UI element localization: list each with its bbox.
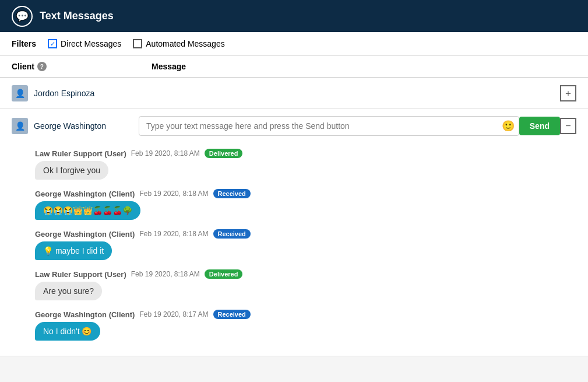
filters-label: Filters bbox=[12, 39, 36, 48]
emoji-button[interactable]: 🙂 bbox=[502, 120, 515, 132]
message-meta-2: George Washington (Client) Feb 19 2020, … bbox=[35, 189, 576, 198]
client-name-george: George Washington bbox=[34, 121, 139, 131]
message-timestamp-3: Feb 19 2020, 8:18 AM bbox=[139, 230, 208, 238]
message-bubble-3: 💡 maybe I did it bbox=[35, 241, 112, 260]
message-bubble-2: 😭😭😭👑👑🍒🍒🍒🌳 bbox=[35, 201, 140, 220]
message-bubble-4: Are you sure? bbox=[35, 282, 102, 300]
client-row-header-jordon[interactable]: 👤 Jordon Espinoza ＋ bbox=[0, 78, 588, 108]
message-meta-1: Law Ruler Support (User) Feb 19 2020, 8:… bbox=[35, 149, 576, 158]
message-badge-3: Received bbox=[213, 229, 251, 239]
collapse-george-button[interactable]: − bbox=[560, 118, 576, 134]
app-header: 💬 Text Messages bbox=[0, 0, 588, 32]
message-entry-5: George Washington (Client) Feb 19 2020, … bbox=[35, 310, 576, 341]
col-client-header: Client ? bbox=[12, 62, 140, 71]
client-row-jordon: 👤 Jordon Espinoza ＋ bbox=[0, 78, 588, 109]
client-name-jordon: Jordon Espinoza bbox=[34, 89, 139, 98]
message-sender-2: George Washington (Client) bbox=[35, 190, 135, 198]
message-sender-4: Law Ruler Support (User) bbox=[35, 270, 126, 279]
client-help-icon[interactable]: ? bbox=[37, 62, 47, 71]
col-message-header: Message bbox=[152, 62, 576, 71]
message-area-george: Law Ruler Support (User) Feb 19 2020, 8:… bbox=[0, 143, 588, 356]
message-entry-2: George Washington (Client) Feb 19 2020, … bbox=[35, 189, 576, 220]
client-row-header-george[interactable]: 👤 George Washington 🙂 Send − bbox=[0, 109, 588, 143]
direct-messages-filter[interactable]: ✓ Direct Messages bbox=[48, 39, 121, 48]
expand-jordon-button[interactable]: ＋ bbox=[560, 85, 576, 101]
message-entry-1: Law Ruler Support (User) Feb 19 2020, 8:… bbox=[35, 149, 576, 180]
header-icon: 💬 bbox=[12, 6, 33, 27]
filters-bar: Filters ✓ Direct Messages Automated Mess… bbox=[0, 32, 588, 56]
message-timestamp-1: Feb 19 2020, 8:18 AM bbox=[131, 149, 200, 157]
automated-messages-checkbox[interactable] bbox=[133, 39, 142, 48]
automated-messages-label: Automated Messages bbox=[146, 39, 224, 48]
automated-messages-filter[interactable]: Automated Messages bbox=[133, 39, 224, 48]
message-input-wrapper: 🙂 bbox=[139, 116, 519, 136]
client-avatar-jordon: 👤 bbox=[12, 85, 28, 101]
message-meta-5: George Washington (Client) Feb 19 2020, … bbox=[35, 310, 576, 319]
message-badge-5: Received bbox=[213, 310, 251, 319]
send-button[interactable]: Send bbox=[519, 117, 560, 135]
client-row-george: 👤 George Washington 🙂 Send − Law Ruler S… bbox=[0, 109, 588, 356]
message-badge-1: Delivered bbox=[205, 149, 243, 158]
message-input[interactable] bbox=[139, 116, 519, 136]
message-timestamp-5: Feb 19 2020, 8:17 AM bbox=[139, 310, 208, 318]
message-sender-3: George Washington (Client) bbox=[35, 230, 135, 239]
message-badge-2: Received bbox=[213, 189, 251, 198]
message-sender-1: Law Ruler Support (User) bbox=[35, 149, 126, 158]
direct-messages-label: Direct Messages bbox=[61, 39, 121, 48]
message-entry-4: Law Ruler Support (User) Feb 19 2020, 8:… bbox=[35, 269, 576, 300]
app-title: Text Messages bbox=[40, 10, 114, 22]
message-sender-5: George Washington (Client) bbox=[35, 310, 135, 319]
message-bubble-5: No I didn't 😊 bbox=[35, 322, 100, 341]
message-timestamp-4: Feb 19 2020, 8:18 AM bbox=[131, 270, 200, 278]
direct-messages-checkbox[interactable]: ✓ bbox=[48, 39, 57, 48]
message-badge-4: Delivered bbox=[205, 269, 243, 279]
message-bubble-1: Ok I forgive you bbox=[35, 161, 108, 180]
message-timestamp-2: Feb 19 2020, 8:18 AM bbox=[139, 190, 208, 198]
table-header: Client ? Message bbox=[0, 56, 588, 78]
message-meta-3: George Washington (Client) Feb 19 2020, … bbox=[35, 229, 576, 239]
message-meta-4: Law Ruler Support (User) Feb 19 2020, 8:… bbox=[35, 269, 576, 279]
message-entry-3: George Washington (Client) Feb 19 2020, … bbox=[35, 229, 576, 260]
client-avatar-george: 👤 bbox=[12, 118, 28, 134]
